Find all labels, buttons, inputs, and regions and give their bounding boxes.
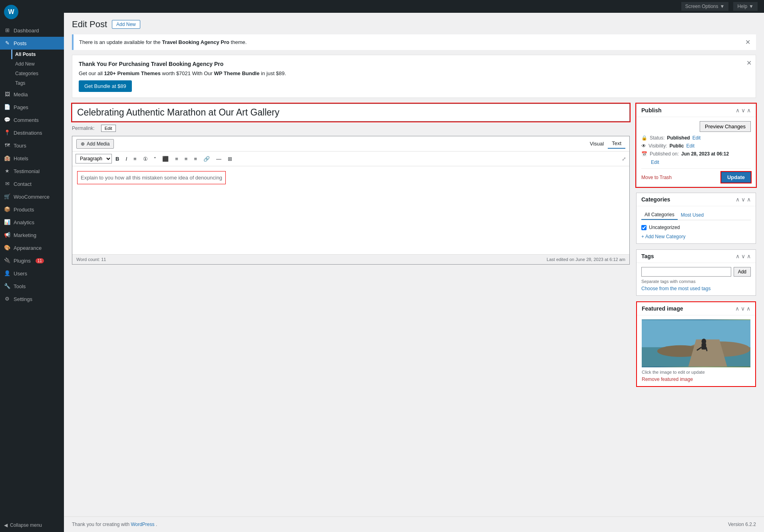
format-more-btn[interactable]: —	[213, 154, 224, 163]
post-title-input[interactable]	[77, 107, 625, 118]
format-align-justify-btn[interactable]: ≡	[191, 154, 200, 163]
footer-wp-link[interactable]: WordPress	[131, 522, 154, 527]
format-paragraph-select[interactable]: Paragraph	[76, 154, 112, 163]
format-bold-btn[interactable]: B	[113, 154, 122, 163]
featured-image-controls: ∧ ∨ ∧	[735, 305, 750, 312]
categories-down-btn[interactable]: ∨	[741, 196, 745, 203]
publish-box-up-btn[interactable]: ∧	[736, 107, 740, 114]
sidebar-item-posts[interactable]: ✎ Posts	[0, 37, 64, 50]
featured-image-up-btn[interactable]: ∧	[735, 305, 739, 312]
sidebar-item-products[interactable]: 📦 Products	[0, 203, 64, 216]
status-label: Status:	[650, 135, 665, 141]
sidebar-item-users[interactable]: 👤 Users	[0, 267, 64, 280]
sidebar-item-contact[interactable]: ✉ Contact	[0, 177, 64, 190]
tags-up-btn[interactable]: ∧	[736, 253, 740, 259]
promo-bundle-btn[interactable]: Get Bundle at $89	[79, 80, 132, 92]
sidebar-item-hotels[interactable]: 🏨 Hotels	[0, 152, 64, 165]
notice-close-btn[interactable]: ✕	[745, 38, 750, 46]
format-toggle-btn[interactable]: ⊞	[225, 154, 235, 163]
format-ordered-list-btn[interactable]: ①	[140, 154, 151, 163]
preview-changes-btn[interactable]: Preview Changes	[700, 121, 751, 132]
tags-hint: Separate tags with commas	[641, 279, 751, 284]
sidebar-item-add-new[interactable]: Add New	[11, 59, 64, 69]
visibility-edit-link[interactable]: Edit	[686, 143, 694, 149]
move-to-trash-link[interactable]: Move to Trash	[641, 175, 672, 180]
sidebar-item-tools[interactable]: 🔧 Tools	[0, 280, 64, 293]
categories-box-header: Categories ∧ ∨ ∧	[637, 193, 756, 206]
sidebar-item-testimonial[interactable]: ★ Testimonial	[0, 165, 64, 177]
categories-up-btn[interactable]: ∧	[736, 196, 740, 203]
featured-image-thumbnail[interactable]	[642, 319, 750, 367]
sidebar-item-all-posts[interactable]: All Posts	[11, 50, 64, 59]
permalink-edit-btn[interactable]: Edit	[101, 125, 116, 132]
featured-image-close-btn[interactable]: ∧	[746, 305, 750, 312]
published-row: 📅 Published on: Jun 28, 2023 at 06:12	[641, 151, 751, 157]
sidebar-item-settings[interactable]: ⚙ Settings	[0, 293, 64, 305]
sidebar-label-woocommerce: WooCommerce	[14, 194, 50, 200]
sidebar-item-pages[interactable]: 📄 Pages	[0, 101, 64, 114]
sidebar-label-plugins: Plugins	[14, 258, 31, 264]
media-icon: 🖼	[4, 91, 10, 98]
sidebar-item-comments[interactable]: 💬 Comments	[0, 114, 64, 126]
tags-choose-link[interactable]: Choose from the most used tags	[641, 286, 710, 291]
svg-point-5	[702, 339, 706, 344]
editor-layout: Permalink: Edit ⊕ Add Media	[72, 104, 756, 393]
format-italic-btn[interactable]: I	[123, 154, 130, 163]
status-edit-link[interactable]: Edit	[692, 135, 701, 141]
sidebar-item-analytics[interactable]: 📊 Analytics	[0, 216, 64, 229]
tags-down-btn[interactable]: ∨	[741, 253, 745, 259]
tab-text[interactable]: Text	[608, 139, 625, 149]
sidebar-item-appearance[interactable]: 🎨 Appearance	[0, 241, 64, 254]
sidebar-label-contact: Contact	[14, 181, 32, 187]
sidebar-item-destinations[interactable]: 📍 Destinations	[0, 126, 64, 139]
format-link-btn[interactable]: 🔗	[201, 154, 213, 163]
add-new-button[interactable]: Add New	[112, 20, 140, 29]
collapse-menu-btn[interactable]: ◀ Collapse menu	[0, 518, 64, 532]
format-align-center-btn[interactable]: ≡	[172, 154, 181, 163]
format-align-left-btn[interactable]: ⬛	[159, 154, 171, 163]
category-uncategorized: Uncategorized	[641, 223, 751, 231]
remove-featured-image-link[interactable]: Remove featured image	[642, 377, 693, 382]
category-uncategorized-checkbox[interactable]	[641, 225, 647, 230]
categories-close-btn[interactable]: ∧	[747, 196, 751, 203]
sidebar-item-tours[interactable]: 🗺 Tours	[0, 139, 64, 152]
editor-content[interactable]: Explain to you how all this mistaken som…	[72, 166, 629, 254]
format-unordered-list-btn[interactable]: ≡	[131, 154, 139, 163]
sidebar-item-dashboard[interactable]: ⊞ Dashboard	[0, 24, 64, 37]
featured-image-hint: Click the image to edit or update	[642, 370, 750, 375]
promo-close-btn[interactable]: ✕	[746, 59, 752, 67]
sidebar-item-tags[interactable]: Tags	[11, 78, 64, 88]
update-btn[interactable]: Update	[721, 172, 751, 183]
cat-tab-most-used[interactable]: Most Used	[678, 210, 707, 220]
sidebar-item-media[interactable]: 🖼 Media	[0, 88, 64, 101]
featured-image-header: Featured image ∧ ∨ ∧	[637, 302, 755, 315]
sidebar-item-marketing[interactable]: 📢 Marketing	[0, 229, 64, 241]
cat-tab-all[interactable]: All Categories	[641, 210, 678, 220]
publish-box-close-btn[interactable]: ∧	[747, 107, 751, 114]
screen-options-btn[interactable]: Screen Options ▼	[681, 2, 729, 11]
add-new-category-link[interactable]: + Add New Category	[641, 234, 751, 239]
categories-box-body: All Categories Most Used Uncategorized +…	[637, 206, 756, 243]
publish-box: Publish ∧ ∨ ∧ Preview Changes	[636, 104, 756, 187]
published-edit-link[interactable]: Edit	[651, 159, 659, 165]
format-blockquote-btn[interactable]: "	[151, 154, 159, 163]
add-media-btn[interactable]: ⊕ Add Media	[76, 139, 114, 149]
editor-tabs: Visual Text	[586, 139, 625, 149]
footer-left: Thank you for creating with WordPress .	[72, 522, 157, 527]
sidebar-item-categories[interactable]: Categories	[11, 69, 64, 78]
toolbar-expand-btn[interactable]: ⤢	[622, 156, 626, 162]
format-align-right-btn[interactable]: ≡	[182, 154, 191, 163]
contact-icon: ✉	[4, 181, 10, 187]
editor-text-content: Explain to you how all this mistaken som…	[77, 171, 226, 184]
woocommerce-icon: 🛒	[4, 193, 10, 200]
featured-image-down-btn[interactable]: ∨	[741, 305, 745, 312]
tags-input[interactable]	[641, 267, 731, 277]
tags-add-btn[interactable]: Add	[734, 267, 751, 277]
publish-box-down-btn[interactable]: ∨	[741, 107, 745, 114]
sidebar-item-plugins[interactable]: 🔌 Plugins 11	[0, 254, 64, 267]
sidebar-item-woocommerce[interactable]: 🛒 WooCommerce	[0, 190, 64, 203]
analytics-icon: 📊	[4, 219, 10, 225]
tab-visual[interactable]: Visual	[586, 139, 608, 149]
help-btn[interactable]: Help ▼	[733, 2, 758, 11]
tags-close-btn[interactable]: ∧	[747, 253, 751, 259]
